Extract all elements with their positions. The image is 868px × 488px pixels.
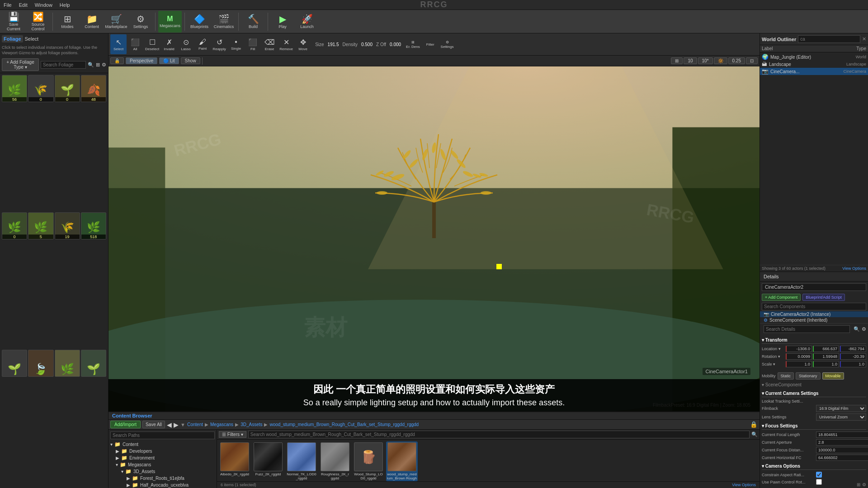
foliage-thumb-11[interactable]: 🌱: [81, 350, 106, 377]
build-button[interactable]: 🔨 Build: [241, 11, 265, 33]
bc-3d-assets[interactable]: 3D_Assets: [241, 422, 262, 427]
foliage-thumb-6[interactable]: 🌾 19: [55, 212, 80, 239]
static-button[interactable]: Static: [778, 372, 794, 380]
vp-maximize-button[interactable]: ⊡: [746, 57, 758, 64]
foliage-thumb-2[interactable]: 🌱 0: [55, 75, 80, 102]
horizontal-fov-input[interactable]: [816, 455, 868, 461]
rotation-y-input[interactable]: [813, 353, 839, 360]
viewport[interactable]: CineCameraActor1 FilmbackPreset: 16:9 Di…: [108, 66, 760, 411]
asset-wood-stump-brown[interactable]: wood_stump_medium_Brown Rough: [386, 441, 418, 481]
add-foliage-button[interactable]: + Add Foliage Type ▾: [2, 58, 39, 71]
filter-tool-button[interactable]: Filter: [425, 42, 436, 47]
rotation-z-input[interactable]: [840, 353, 866, 360]
asset-albedo[interactable]: Albedo_2K_rggdd: [219, 441, 250, 477]
single-tool-button[interactable]: • Single: [228, 34, 244, 54]
focus-distance-input[interactable]: [816, 447, 868, 453]
vp-btn-4[interactable]: 🔆: [714, 57, 727, 64]
location-z-input[interactable]: [840, 346, 866, 352]
deselect-tool-button[interactable]: ☐ Deselect: [144, 34, 160, 54]
bc-megascans[interactable]: Megascans: [210, 422, 233, 427]
paint-tool-button[interactable]: 🖌 Paint: [194, 34, 211, 54]
focal-length-input[interactable]: [816, 432, 868, 438]
foliage-thumb-8[interactable]: 🌱: [2, 350, 27, 377]
scale-x-input[interactable]: [786, 361, 812, 367]
play-button[interactable]: ▶ Play: [271, 11, 294, 33]
rotation-x-input[interactable]: [786, 353, 812, 360]
outliner-item-camera[interactable]: 📷 CineCamera... CineCamera: [760, 68, 868, 75]
lock-cb-button[interactable]: 🔒: [750, 421, 758, 428]
tree-forest-roots[interactable]: ▶ 📁 Forest_Roots_ti1ejbfa: [127, 475, 215, 482]
scale-z-input[interactable]: [840, 361, 866, 367]
foliage-thumb-10[interactable]: 🌿: [55, 350, 80, 377]
back-button[interactable]: ◀: [167, 421, 172, 428]
asset-wood-stump-mesh[interactable]: 🪵 Wood_Stump_LOD0_rggdd: [353, 441, 384, 481]
modes-button[interactable]: ⊞ Modes: [56, 11, 79, 33]
bc-current-folder[interactable]: wood_stump_medium_Brown_Rough_Cut_Bark_s…: [269, 422, 419, 427]
menu-window[interactable]: Window: [35, 2, 52, 8]
lens-settings-select[interactable]: Universal Zoom: [816, 413, 866, 421]
location-y-input[interactable]: [813, 346, 839, 352]
tree-3d-assets[interactable]: ▾ 📁 3D_Assets: [121, 468, 215, 475]
cinematics-button[interactable]: 🎬 Cinematics: [212, 11, 236, 33]
move-tool-button[interactable]: ✥ Move: [295, 34, 311, 54]
cb-view-options[interactable]: View Options: [732, 483, 756, 487]
outliner-search-clear[interactable]: ✕: [862, 36, 866, 42]
settings-button[interactable]: ⚙ Settings: [129, 11, 152, 33]
asset-normal[interactable]: Normal_7K_LOD0_rggdd: [286, 441, 317, 481]
foliage-thumb-7[interactable]: 🌿 518: [81, 212, 106, 239]
reapply-tool-button[interactable]: ↺ Reapply: [211, 34, 227, 54]
vp-btn-5[interactable]: 0.25: [728, 57, 745, 64]
lock-viewport-button[interactable]: 🔒: [110, 57, 124, 64]
forward-button[interactable]: ▶: [174, 421, 179, 428]
actor-name-input[interactable]: [762, 283, 866, 291]
tree-megascans[interactable]: ▾ 📁 Megascans: [116, 461, 215, 468]
outliner-search-input[interactable]: [798, 35, 860, 43]
foliage-thumb-3[interactable]: 🍂 48: [81, 75, 106, 102]
save-current-button[interactable]: 💾 Save Current: [2, 11, 25, 33]
vp-btn-1[interactable]: ⊞: [671, 57, 683, 64]
tree-content[interactable]: ▾ 📁 Content: [110, 441, 215, 448]
foliage-thumb-5[interactable]: 🌿 5: [28, 212, 53, 239]
asset-fuzz[interactable]: Fuzz_2K_rggdd: [252, 441, 284, 477]
menu-file[interactable]: File: [4, 2, 12, 8]
add-import-button[interactable]: Add/Import: [110, 421, 141, 428]
stationary-button[interactable]: Stationary: [796, 372, 821, 380]
outliner-item-map[interactable]: 🌍 Map_Jungle (Editor) World: [760, 53, 868, 61]
launch-button[interactable]: 🚀 Launch: [295, 11, 319, 33]
er-dens-button[interactable]: ⊞ Er. Dens: [405, 40, 421, 49]
outliner-view-options-button[interactable]: View Options: [842, 266, 866, 271]
movable-button[interactable]: Movable: [822, 372, 844, 380]
source-control-button[interactable]: 🔀 Source Control: [26, 11, 50, 33]
pawn-control-checkbox[interactable]: [816, 479, 822, 485]
menu-help[interactable]: Help: [60, 2, 70, 8]
lit-button[interactable]: 🔵 Lit: [159, 57, 179, 64]
asset-roughness[interactable]: Roughness_2K_rggdd: [319, 441, 351, 481]
invalid-tool-button[interactable]: ✗ Invalid: [161, 34, 177, 54]
save-all-button[interactable]: Save All: [142, 421, 165, 428]
tree-environment[interactable]: ▶ 📁 Environment: [116, 455, 215, 461]
filmback-select[interactable]: 16:9 Digital Film: [816, 405, 866, 412]
component-scene[interactable]: ⚙ SceneComponent (Inherited): [760, 317, 868, 323]
foliage-thumb-1[interactable]: 🌾 0: [28, 75, 53, 102]
aperture-input[interactable]: [816, 439, 868, 446]
search-paths-input[interactable]: [110, 432, 215, 439]
bc-content[interactable]: Content: [187, 422, 203, 427]
foliage-thumb-9[interactable]: 🍃: [28, 350, 53, 377]
blueprint-script-button[interactable]: Blueprint/Add Script: [802, 294, 845, 301]
tree-developers[interactable]: ▶ 📁 Developers: [116, 448, 215, 455]
vp-btn-2[interactable]: 10: [684, 57, 697, 64]
megascans-button[interactable]: M Megascans: [158, 11, 182, 33]
content-browser-search-input[interactable]: [248, 431, 750, 438]
all-tool-button[interactable]: ⬛ All: [127, 34, 143, 54]
settings-tool-button[interactable]: ⚙ Settings: [439, 40, 455, 49]
remove-tool-button[interactable]: ✕ Remove: [278, 34, 294, 54]
lasso-tool-button[interactable]: ⊙ Lasso: [178, 34, 194, 54]
search-foliage-input[interactable]: [41, 61, 86, 69]
constrain-aspect-checkbox[interactable]: [816, 472, 822, 478]
show-button[interactable]: Show: [181, 57, 200, 64]
fill-tool-button[interactable]: ⬛ Fill: [245, 34, 261, 54]
tree-half-avocado[interactable]: ▶ 📁 Half_Avocado_ucxeblva: [127, 482, 215, 488]
search-details-input[interactable]: [764, 325, 850, 333]
perspective-button[interactable]: Perspective: [126, 57, 157, 64]
component-cinecamera[interactable]: 📷 CineCameraActor2 (Instance): [760, 311, 868, 317]
